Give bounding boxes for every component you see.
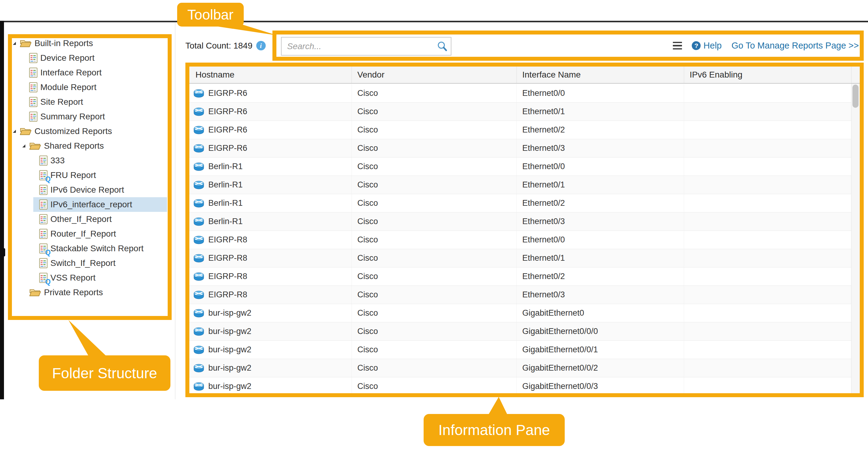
tree-item[interactable]: Switch_If_Report	[12, 256, 167, 270]
hostname-value: bur-isp-gw2	[208, 363, 251, 373]
router-icon	[193, 180, 205, 190]
ipv6-enabling-cell	[684, 341, 851, 359]
expanded-triangle-icon[interactable]	[12, 41, 17, 46]
report-icon	[29, 111, 37, 122]
search-icon[interactable]	[437, 41, 448, 52]
column-header-interface-name: Interface Name	[517, 67, 684, 83]
table-row[interactable]: EIGRP-R6 Cisco Ethernet0/2	[189, 121, 851, 139]
tree-item[interactable]: IPv6 Device Report	[12, 183, 167, 197]
vendor-cell: Cisco	[351, 139, 517, 157]
hostname-value: bur-isp-gw2	[208, 308, 251, 318]
table-row[interactable]: bur-isp-gw2 Cisco GigabitEthernet0/0/1	[189, 341, 851, 359]
vendor-cell: Cisco	[351, 213, 517, 230]
tree-item-label: Shared Reports	[44, 141, 104, 151]
tree-item[interactable]: Other_If_Report	[12, 212, 167, 227]
table-row[interactable]: EIGRP-R8 Cisco Ethernet0/3	[189, 286, 851, 304]
ipv6-enabling-cell	[684, 249, 851, 267]
table-row[interactable]: EIGRP-R8 Cisco Ethernet0/1	[189, 249, 851, 267]
folder-tree: Built-in Reports Device Report	[12, 36, 167, 300]
table-row[interactable]: bur-isp-gw2 Cisco GigabitEthernet0	[189, 304, 851, 322]
toolbar-callout: Toolbar	[177, 3, 244, 27]
query-badge-icon: Q	[45, 279, 51, 285]
router-icon	[193, 217, 205, 227]
tree-item[interactable]: IPv6_interface_report	[33, 197, 167, 212]
hostname-value: EIGRP-R6	[208, 125, 247, 135]
table-row[interactable]: EIGRP-R6 Cisco Ethernet0/3	[189, 139, 851, 158]
hostname-value: EIGRP-R8	[208, 253, 247, 263]
search-input[interactable]	[281, 37, 452, 56]
folder-icon	[20, 126, 32, 136]
info-icon[interactable]: i	[256, 41, 266, 51]
table-row[interactable]: bur-isp-gw2 Cisco GigabitEthernet0/0/3	[189, 377, 851, 393]
tree-item-label: Other_If_Report	[51, 214, 112, 224]
tree-item-label: Built-in Reports	[34, 38, 93, 48]
tree-item[interactable]: Q Stackable Switch Report	[12, 241, 167, 256]
vendor-cell: Cisco	[351, 322, 517, 341]
vendor-cell: Cisco	[351, 231, 517, 249]
tree-item[interactable]: Shared Reports	[12, 138, 167, 153]
table-row[interactable]: Berlin-R1 Cisco Ethernet0/2	[189, 194, 851, 213]
tree-item[interactable]: Site Report	[12, 95, 167, 109]
interface-name-cell: Ethernet0/0	[517, 158, 684, 175]
router-icon	[193, 290, 205, 300]
vendor-cell: Cisco	[351, 103, 517, 121]
interface-name-cell: Ethernet0/0	[517, 84, 684, 102]
ipv6-enabling-cell	[684, 231, 851, 249]
tree-item[interactable]: Router_If_Report	[12, 227, 167, 241]
table-row[interactable]: bur-isp-gw2 Cisco GigabitEthernet0/0/0	[189, 322, 851, 341]
tree-item[interactable]: Private Reports	[12, 285, 167, 300]
table-row[interactable]: Berlin-R1 Cisco Ethernet0/3	[189, 213, 851, 231]
tree-item[interactable]: Customized Reports	[12, 124, 167, 138]
tree-item[interactable]: Device Report	[12, 51, 167, 65]
expanded-triangle-icon[interactable]	[21, 143, 26, 148]
report-icon	[29, 82, 37, 93]
tree-item[interactable]: Module Report	[12, 80, 167, 95]
table-row[interactable]: Berlin-R1 Cisco Ethernet0/0	[189, 158, 851, 176]
question-circle-icon: ?	[692, 41, 701, 50]
help-button[interactable]: ? Help	[692, 41, 722, 51]
table-row[interactable]: bur-isp-gw2 Cisco GigabitEthernet0/0/2	[189, 359, 851, 377]
tree-item[interactable]: Q FRU Report	[12, 168, 167, 183]
report-icon	[39, 155, 48, 166]
hostname-cell: EIGRP-R6	[189, 139, 351, 157]
router-icon	[193, 107, 205, 117]
window-top-border	[0, 21, 868, 22]
tree-item-label: IPv6_interface_report	[51, 200, 132, 210]
interface-name-cell: Ethernet0/3	[517, 286, 684, 304]
tree-item-label: Module Report	[40, 83, 96, 92]
table-row[interactable]: EIGRP-R6 Cisco Ethernet0/1	[189, 103, 851, 121]
report-icon	[29, 97, 37, 107]
vertical-scrollbar-track[interactable]	[851, 84, 860, 393]
table-row[interactable]: EIGRP-R6 Cisco Ethernet0/0	[189, 84, 851, 103]
ipv6-enabling-cell	[684, 176, 851, 194]
interface-name-cell: GigabitEthernet0	[517, 304, 684, 322]
hamburger-menu-icon[interactable]	[673, 42, 682, 50]
router-icon	[193, 253, 205, 263]
table-row[interactable]: EIGRP-R8 Cisco Ethernet0/0	[189, 231, 851, 249]
interface-name-cell: GigabitEthernet0/0/0	[517, 322, 684, 341]
manage-reports-link[interactable]: Go To Manage Reports Page >>	[732, 41, 859, 51]
tree-item-label: IPv6 Device Report	[51, 185, 124, 195]
report-icon	[39, 258, 48, 268]
tree-item[interactable]: Built-in Reports	[12, 36, 167, 51]
router-icon	[193, 382, 205, 391]
tree-item-label: 333	[51, 156, 65, 165]
vertical-scrollbar-thumb[interactable]	[852, 85, 859, 108]
expanded-triangle-icon[interactable]	[12, 129, 17, 134]
hostname-cell: bur-isp-gw2	[189, 304, 351, 322]
folder-icon	[20, 38, 32, 48]
folder-structure-callout: Folder Structure	[39, 355, 170, 391]
tree-item-label: Customized Reports	[34, 126, 112, 136]
interface-name-cell: Ethernet0/3	[517, 139, 684, 157]
tree-item[interactable]: Q VSS Report	[12, 270, 167, 285]
hostname-value: EIGRP-R6	[208, 89, 247, 98]
table-row[interactable]: Berlin-R1 Cisco Ethernet0/1	[189, 176, 851, 194]
tree-item-label: Site Report	[40, 97, 83, 107]
hostname-cell: Berlin-R1	[189, 194, 351, 212]
tree-item-label: Device Report	[40, 53, 94, 63]
tree-item[interactable]: 333	[12, 153, 167, 168]
interface-name-cell: GigabitEthernet0/0/3	[517, 377, 684, 393]
tree-item[interactable]: Interface Report	[12, 65, 167, 80]
tree-item[interactable]: Summary Report	[12, 109, 167, 124]
table-row[interactable]: EIGRP-R8 Cisco Ethernet0/2	[189, 267, 851, 286]
